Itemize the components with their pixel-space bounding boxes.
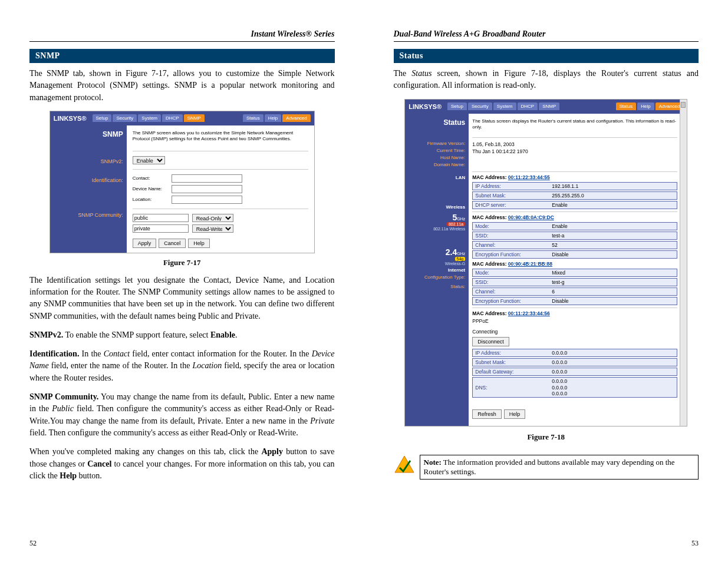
linksys-logo-2: LINKSYS® <box>409 103 442 110</box>
ghz24-icon: 2.4 <box>446 247 457 257</box>
panel-desc-status: The Status screen displays the Router's … <box>472 118 677 131</box>
apply-button[interactable]: Apply <box>133 239 157 248</box>
figure-7-18-caption: Figure 7-18 <box>394 432 699 442</box>
figure-7-18-screenshot: LINKSYS® Setup Security System DHCP SNMP… <box>404 99 687 427</box>
w5-channel-label: Channel: <box>475 242 552 248</box>
w24-channel-value: 6 <box>552 289 555 295</box>
inet-gateway-value: 0.0.0.0 <box>552 369 567 375</box>
tab-dhcp-2[interactable]: DHCP <box>518 103 538 110</box>
tab-status[interactable]: Status <box>243 114 263 122</box>
figure-7-17-screenshot: LINKSYS® Setup Security System DHCP SNMP… <box>50 111 315 253</box>
val-firmware: 1.05, Feb.18, 2003 <box>472 141 514 147</box>
label-80211a-wireless: 802.11a Wireless <box>407 227 465 231</box>
community1-input[interactable] <box>133 214 189 222</box>
w24-mode-label: Mode: <box>475 270 552 276</box>
tab-setup[interactable]: Setup <box>93 114 112 122</box>
para-snmpv2: SNMPv2. To enable the SNMP support featu… <box>29 329 335 341</box>
w5-mode-label: Mode: <box>475 223 552 229</box>
inet-gateway-label: Default Gateway: <box>475 369 552 375</box>
label-lan: LAN <box>407 175 465 180</box>
para-snmp-community: SNMP Community. You may change the name … <box>29 391 335 439</box>
warning-icon <box>394 455 415 475</box>
scroll-thumb[interactable] <box>681 102 686 108</box>
location-input[interactable] <box>172 196 242 204</box>
w24-mode-value: Mixed <box>552 270 565 276</box>
lan-dhcp-label: DHCP server: <box>475 202 552 208</box>
help-button[interactable]: Help <box>188 239 210 248</box>
tab-advanced[interactable]: Advanced <box>282 114 311 122</box>
lan-ip-value: 192.168.1.1 <box>552 183 578 189</box>
panel-title-status: Status <box>407 118 465 127</box>
snmpv2-select[interactable]: Enable <box>133 156 165 164</box>
w24-ssid-value: test-g <box>552 279 564 285</box>
tab-security-2[interactable]: Security <box>468 103 492 110</box>
community2-perm-select[interactable]: Read-Write <box>192 224 233 233</box>
label-wireless-g: Wireless-G <box>407 262 465 266</box>
scrollbar[interactable] <box>680 100 687 426</box>
inet-dns-label: DNS: <box>475 385 552 391</box>
lan-ip-label: IP Address: <box>475 183 552 189</box>
val-status: Connecting <box>472 329 498 335</box>
label-location: Location: <box>133 197 168 202</box>
w24-ssid-label: SSID: <box>475 279 552 285</box>
page-num-left: 52 <box>29 539 37 548</box>
w24-mac: MAC Address: 00:90:4B:21:BB:88 <box>472 261 677 267</box>
label-status: Status: <box>407 284 465 289</box>
tab-setup-2[interactable]: Setup <box>447 103 467 110</box>
contact-input[interactable] <box>172 174 242 183</box>
label-domain-name: Domain Name: <box>407 162 465 167</box>
figure-7-17-caption: Figure 7-17 <box>29 258 335 267</box>
tab-system[interactable]: System <box>138 114 161 122</box>
label-wireless: Wireless <box>407 204 465 210</box>
page-header-left: Instant Wireless® Series <box>29 29 335 42</box>
tab-dhcp[interactable]: DHCP <box>162 114 183 122</box>
community1-perm-select[interactable]: Read-Only <box>192 214 233 222</box>
label-device-name: Device Name: <box>133 186 168 191</box>
w24-enc-value: Disable <box>552 298 568 304</box>
help-button-2[interactable]: Help <box>504 409 526 419</box>
lan-subnet-value: 255.255.255.0 <box>552 193 584 199</box>
panel-title-snmp: SNMP <box>52 130 123 138</box>
label-firmware: Firmware Version: <box>407 141 465 146</box>
para-ident-desc: Identification. In the Contact field, en… <box>29 348 335 384</box>
w5-enc-label: Encryption Function: <box>475 252 552 257</box>
page-header-right: Dual-Band Wireless A+G Broadband Router <box>394 29 699 42</box>
inet-ip-label: IP Address: <box>475 350 552 356</box>
community2-input[interactable] <box>133 224 189 233</box>
cancel-button[interactable]: Cancel <box>159 239 186 248</box>
label-host-name: Host Name: <box>407 155 465 160</box>
intro-text-snmp: The SNMP tab, shown in Figure 7-17, allo… <box>29 68 335 104</box>
tab-advanced-2[interactable]: Advanced <box>655 103 684 110</box>
tab-help-2[interactable]: Help <box>637 103 654 110</box>
lan-subnet-label: Subnet Mask: <box>475 193 552 199</box>
val-cfg-type: PPPoE <box>472 318 488 324</box>
panel-desc-snmp: The SNMP screen allows you to customize … <box>133 130 308 143</box>
label-identification: Identification: <box>52 177 123 184</box>
w5-ssid-value: test-a <box>552 233 564 239</box>
inet-subnet-label: Subnet Mask: <box>475 359 552 365</box>
inet-subnet-value: 0.0.0.0 <box>552 359 567 365</box>
tab-snmp-2[interactable]: SNMP <box>539 103 559 110</box>
w5-ssid-label: SSID: <box>475 233 552 239</box>
page-num-right: 53 <box>691 539 699 548</box>
tab-help[interactable]: Help <box>265 114 281 122</box>
val-current-time: Thu Jan 1 00:14:22 1970 <box>472 148 528 154</box>
tab-security[interactable]: Security <box>113 114 137 122</box>
tab-status-2[interactable]: Status <box>616 103 637 110</box>
device-name-input[interactable] <box>172 185 242 193</box>
tab-system-2[interactable]: System <box>493 103 516 110</box>
note-box: Note: The information provided and butto… <box>420 455 699 480</box>
inet-mac: MAC Address: 00:11:22:33:44:56 <box>472 310 677 316</box>
label-contact: Contact: <box>133 176 168 181</box>
disconnect-button[interactable]: Disconnect <box>472 337 509 346</box>
badge-54g: 54g <box>455 257 466 261</box>
lan-dhcp-value: Enable <box>552 202 567 208</box>
section-bar-snmp: SNMP <box>29 49 335 63</box>
linksys-logo: LINKSYS® <box>54 115 87 122</box>
refresh-button[interactable]: Refresh <box>472 409 502 419</box>
tab-snmp[interactable]: SNMP <box>184 114 205 122</box>
section-bar-status: Status <box>394 49 699 63</box>
w5-enc-value: Disable <box>552 252 568 257</box>
w5-mac: MAC Address: 00:90:4B:0A:C9:DC <box>472 214 677 220</box>
para-apply-cancel-help: When you've completed making any changes… <box>29 446 335 482</box>
